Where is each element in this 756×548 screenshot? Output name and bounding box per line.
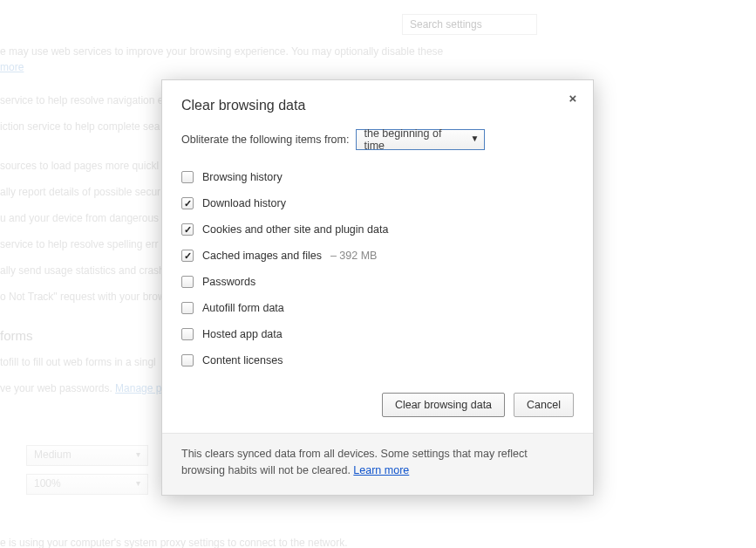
clear-browsing-data-dialog: × Clear browsing data Obliterate the fol… xyxy=(161,79,594,496)
close-icon[interactable]: × xyxy=(567,92,579,105)
option-checkbox[interactable] xyxy=(181,223,194,236)
option-label: Passwords xyxy=(202,276,255,288)
option-label: Content licenses xyxy=(202,354,283,366)
option-label: Cookies and other site and plugin data xyxy=(202,223,388,236)
option-checkbox[interactable] xyxy=(181,250,194,262)
option-label: Hosted app data xyxy=(202,328,283,340)
option-checkbox[interactable] xyxy=(181,328,194,340)
option-extra: – 392 MB xyxy=(330,250,378,262)
learn-more-link[interactable]: Learn more xyxy=(353,464,409,476)
option-checkbox[interactable] xyxy=(181,276,194,288)
option-row: Cached images and files– 392 MB xyxy=(181,243,574,269)
option-checkbox[interactable] xyxy=(181,197,194,209)
cancel-button[interactable]: Cancel xyxy=(514,393,574,417)
clear-browsing-data-button[interactable]: Clear browsing data xyxy=(382,393,505,417)
chevron-down-icon: ▼ xyxy=(471,134,480,143)
option-label: Cached images and files xyxy=(202,250,322,262)
option-row: Download history xyxy=(181,190,574,216)
option-row: Content licenses xyxy=(181,347,574,373)
option-row: Cookies and other site and plugin data xyxy=(181,216,574,243)
time-range-select[interactable]: the beginning of time ▼ xyxy=(356,129,485,150)
option-checkbox[interactable] xyxy=(181,171,194,183)
option-row: Hosted app data xyxy=(181,321,574,347)
option-label: Browsing history xyxy=(202,171,283,183)
option-row: Browsing history xyxy=(181,164,574,190)
dialog-title: Clear browsing data xyxy=(181,98,574,113)
option-checkbox[interactable] xyxy=(181,302,194,314)
dialog-prompt: Obliterate the following items from: xyxy=(181,134,349,146)
option-label: Autofill form data xyxy=(202,302,284,314)
dialog-footer: This clears synced data from all devices… xyxy=(162,433,593,495)
option-row: Passwords xyxy=(181,269,574,295)
time-range-value: the beginning of time xyxy=(364,127,465,152)
option-checkbox[interactable] xyxy=(181,354,194,366)
option-row: Autofill form data xyxy=(181,295,574,321)
option-label: Download history xyxy=(202,197,286,209)
